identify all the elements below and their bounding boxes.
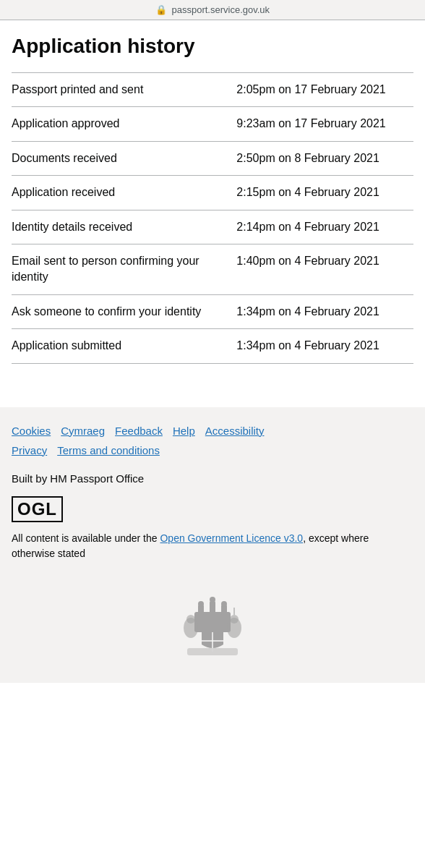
event-cell: Application received	[12, 176, 236, 210]
svg-rect-14	[187, 648, 238, 655]
main-content: Application history Passport printed and…	[0, 20, 425, 386]
ogl-logo: OGL	[12, 496, 63, 522]
footer-link[interactable]: Cymraeg	[61, 425, 105, 437]
svg-point-10	[186, 615, 195, 624]
ogl-text-before: All content is available under the	[12, 532, 160, 544]
footer-link[interactable]: Terms and conditions	[57, 444, 160, 456]
footer-link[interactable]: Help	[173, 425, 195, 437]
url-display: passport.service.gov.uk	[172, 4, 270, 15]
footer-link[interactable]: Feedback	[115, 425, 163, 437]
event-cell: Application approved	[12, 107, 236, 141]
history-table: Passport printed and sent 2:05pm on 17 F…	[12, 72, 413, 364]
footer-links-row2: PrivacyTerms and conditions	[12, 444, 170, 459]
date-cell: 1:34pm on 4 February 2021	[236, 294, 413, 328]
footer-link[interactable]: Privacy	[12, 444, 47, 456]
event-cell: Application submitted	[12, 329, 236, 363]
event-cell: Documents received	[12, 141, 236, 175]
event-cell: Passport printed and sent	[12, 73, 236, 107]
svg-point-12	[230, 615, 239, 624]
date-cell: 2:15pm on 4 February 2021	[236, 176, 413, 210]
event-cell: Identity details received	[12, 210, 236, 244]
table-row: Application submitted 1:34pm on 4 Februa…	[12, 329, 413, 363]
page-title: Application history	[12, 35, 413, 58]
built-by-text: Built by HM Passport Office	[12, 472, 413, 485]
date-cell: 1:40pm on 4 February 2021	[236, 244, 413, 294]
ogl-link[interactable]: Open Government Licence v3.0	[160, 532, 303, 544]
table-row: Application approved 9:23am on 17 Februa…	[12, 107, 413, 141]
table-row: Identity details received 2:14pm on 4 Fe…	[12, 210, 413, 244]
svg-point-5	[210, 597, 215, 603]
table-row: Email sent to person confirming your ide…	[12, 244, 413, 294]
date-cell: 2:50pm on 8 February 2021	[236, 141, 413, 175]
table-row: Passport printed and sent 2:05pm on 17 F…	[12, 73, 413, 107]
ogl-text: All content is available under the Open …	[12, 531, 413, 561]
svg-point-4	[198, 601, 204, 607]
table-row: Ask someone to confirm your identity 1:3…	[12, 294, 413, 328]
date-cell: 2:05pm on 17 February 2021	[236, 73, 413, 107]
svg-rect-0	[194, 612, 231, 632]
date-cell: 9:23am on 17 February 2021	[236, 107, 413, 141]
address-bar: 🔒 passport.service.gov.uk	[0, 0, 425, 20]
footer-link[interactable]: Cookies	[12, 425, 51, 437]
svg-rect-2	[210, 601, 215, 615]
crest-image	[169, 576, 256, 663]
royal-crest	[12, 576, 413, 665]
table-row: Application received 2:15pm on 4 Februar…	[12, 176, 413, 210]
table-row: Documents received 2:50pm on 8 February …	[12, 141, 413, 175]
footer-link[interactable]: Accessibility	[205, 425, 265, 437]
event-cell: Ask someone to confirm your identity	[12, 294, 236, 328]
svg-point-6	[221, 601, 227, 607]
date-cell: 2:14pm on 4 February 2021	[236, 210, 413, 244]
footer: CookiesCymraegFeedbackHelpAccessibilityP…	[0, 407, 425, 683]
event-cell: Email sent to person confirming your ide…	[12, 244, 236, 294]
lock-icon: 🔒	[155, 4, 167, 15]
date-cell: 1:34pm on 4 February 2021	[236, 329, 413, 363]
footer-links-row1: CookiesCymraegFeedbackHelpAccessibility	[12, 425, 274, 440]
footer-links: CookiesCymraegFeedbackHelpAccessibilityP…	[12, 425, 413, 461]
